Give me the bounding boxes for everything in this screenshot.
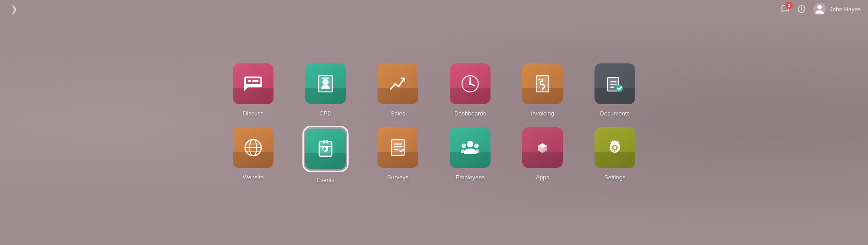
clock-button[interactable] bbox=[797, 5, 806, 14]
app-icon-discuss bbox=[233, 63, 274, 104]
svg-rect-24 bbox=[326, 140, 328, 144]
app-icon-website bbox=[233, 127, 274, 168]
app-icon-wrapper-surveys bbox=[376, 126, 420, 169]
app-icon-wrapper-cpd bbox=[304, 62, 347, 106]
svg-point-16 bbox=[616, 85, 623, 92]
user-profile[interactable]: John Hayes bbox=[813, 3, 861, 15]
app-label-surveys: Surveys bbox=[387, 174, 409, 181]
app-item-sales[interactable]: Sales bbox=[376, 62, 420, 117]
chat-badge: 2 bbox=[785, 2, 793, 9]
app-icon-wrapper-website bbox=[231, 126, 275, 169]
app-icon-dashboards bbox=[450, 63, 491, 104]
app-icon-wrapper-dashboards bbox=[448, 62, 492, 106]
app-item-discuss[interactable]: Discuss bbox=[231, 62, 275, 117]
app-item-events[interactable]: Events bbox=[302, 126, 349, 183]
svg-point-35 bbox=[613, 146, 616, 149]
app-icon-wrapper-settings bbox=[593, 126, 637, 169]
svg-point-31 bbox=[462, 144, 466, 148]
avatar bbox=[813, 3, 826, 15]
svg-rect-26 bbox=[392, 139, 404, 156]
app-item-website[interactable]: Website bbox=[231, 126, 275, 181]
app-label-cpd: CPD bbox=[319, 110, 331, 117]
svg-rect-15 bbox=[610, 86, 614, 88]
app-item-cpd[interactable]: CPD bbox=[304, 62, 347, 117]
top-bar: ❯ 2 John Hayes bbox=[0, 0, 868, 18]
app-icon-sales bbox=[377, 63, 418, 104]
app-icon-settings bbox=[594, 127, 635, 168]
app-icon-wrapper-invoicing bbox=[521, 62, 564, 106]
app-item-dashboards[interactable]: Dashboards bbox=[448, 62, 492, 117]
app-icon-invoicing bbox=[522, 63, 563, 104]
app-item-invoicing[interactable]: Invoicing bbox=[521, 62, 564, 117]
svg-point-8 bbox=[469, 82, 472, 85]
app-grid: Discuss CPD bbox=[224, 62, 644, 183]
svg-point-5 bbox=[322, 79, 329, 85]
app-icon-documents bbox=[594, 63, 635, 104]
chat-button[interactable]: 2 bbox=[781, 5, 790, 14]
app-label-sales: Sales bbox=[391, 110, 406, 117]
app-item-employees[interactable]: Employees bbox=[448, 126, 492, 181]
svg-point-32 bbox=[474, 144, 479, 148]
svg-point-30 bbox=[467, 141, 473, 147]
app-icon-wrapper-documents bbox=[593, 62, 637, 106]
app-icon-employees bbox=[450, 127, 491, 168]
app-label-discuss: Discuss bbox=[243, 110, 264, 117]
app-icon-apps bbox=[522, 127, 563, 168]
svg-rect-14 bbox=[610, 84, 617, 85]
app-icon-cpd bbox=[305, 63, 346, 104]
app-icon-wrapper-employees bbox=[448, 126, 492, 169]
app-icon-surveys bbox=[377, 127, 418, 168]
app-label-employees: Employees bbox=[456, 174, 485, 181]
app-label-events: Events bbox=[316, 177, 335, 183]
svg-rect-2 bbox=[252, 80, 259, 82]
app-label-website: Website bbox=[243, 174, 264, 181]
app-label-invoicing: Invoicing bbox=[531, 110, 554, 117]
svg-rect-6 bbox=[322, 77, 329, 79]
app-item-apps[interactable]: Apps bbox=[521, 126, 564, 181]
app-icon-wrapper-discuss bbox=[231, 62, 275, 106]
app-label-apps: Apps bbox=[536, 174, 549, 181]
top-bar-right: 2 John Hayes bbox=[781, 3, 861, 15]
app-item-documents[interactable]: Documents bbox=[593, 62, 637, 117]
app-icon-wrapper-apps bbox=[521, 126, 564, 169]
app-item-settings[interactable]: Settings bbox=[593, 126, 637, 181]
app-label-documents: Documents bbox=[600, 110, 630, 117]
menu-toggle-button[interactable]: ❯ bbox=[7, 0, 21, 18]
app-icon-events bbox=[305, 129, 346, 169]
svg-rect-23 bbox=[323, 140, 325, 144]
app-icon-wrapper-events bbox=[302, 126, 349, 172]
app-label-dashboards: Dashboards bbox=[454, 110, 486, 117]
user-name: John Hayes bbox=[830, 6, 861, 13]
svg-rect-1 bbox=[248, 80, 251, 82]
svg-point-0 bbox=[817, 5, 822, 10]
app-label-settings: Settings bbox=[604, 174, 626, 181]
app-item-surveys[interactable]: Surveys bbox=[376, 126, 420, 181]
svg-rect-13 bbox=[610, 81, 617, 82]
app-icon-wrapper-sales bbox=[376, 62, 420, 106]
